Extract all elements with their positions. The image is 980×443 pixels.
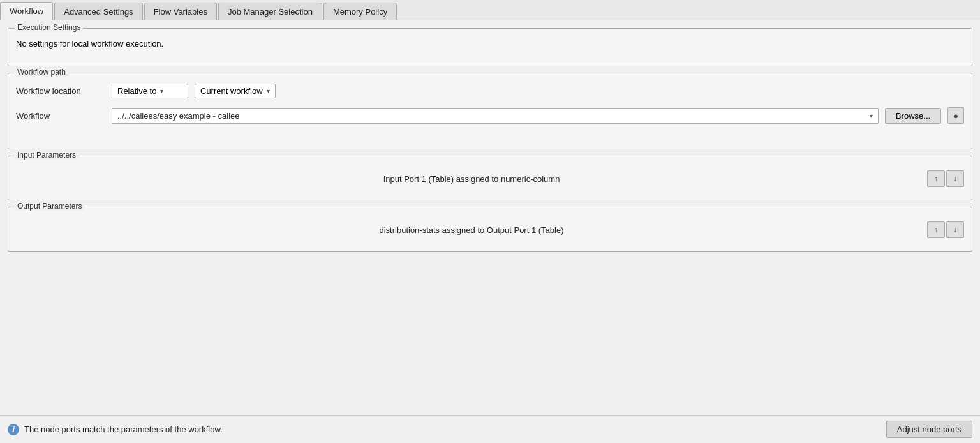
input-parameters-group: Input Parameters Input Port 1 (Table) as… — [8, 156, 972, 200]
output-parameters-title: Output Parameters — [15, 202, 84, 211]
input-up-button[interactable]: ↑ — [927, 170, 945, 187]
workflow-row: Workflow ../../callees/easy example - ca… — [16, 107, 964, 124]
execution-settings-title: Execution Settings — [15, 23, 83, 32]
output-parameters-group: Output Parameters distribution-stats ass… — [8, 207, 972, 252]
workflow-location-label: Workflow location — [16, 86, 105, 96]
current-workflow-arrow-icon: ▾ — [267, 87, 270, 94]
main-container: Workflow Advanced Settings Flow Variable… — [0, 0, 980, 443]
current-workflow-dropdown[interactable]: Current workflow ▾ — [195, 84, 276, 98]
workflow-path-title: Workflow path — [15, 68, 68, 77]
input-down-button[interactable]: ↓ — [946, 170, 964, 187]
execution-settings-content: No settings for local workflow execution… — [16, 39, 964, 49]
output-up-button[interactable]: ↑ — [927, 222, 945, 238]
workflow-input-arrow-icon: ▾ — [870, 112, 873, 119]
tab-flow-variables[interactable]: Flow Variables — [144, 3, 217, 20]
footer: i The node ports match the parameters of… — [0, 415, 980, 443]
input-parameters-content: Input Port 1 (Table) assigned to numeric… — [16, 168, 964, 190]
adjust-node-ports-button[interactable]: Adjust node ports — [886, 421, 972, 438]
relative-to-label: Relative to — [117, 86, 156, 96]
workflow-path-group: Workflow path Workflow location Relative… — [8, 73, 972, 149]
footer-text: The node ports match the parameters of t… — [24, 424, 223, 434]
input-parameters-title: Input Parameters — [15, 151, 78, 160]
info-icon: i — [8, 424, 19, 435]
input-parameters-arrows: ↑ ↓ — [927, 170, 964, 187]
workflow-input-text: ../../callees/easy example - callee — [117, 111, 866, 121]
workflow-label: Workflow — [16, 111, 105, 121]
tabs-bar: Workflow Advanced Settings Flow Variable… — [0, 0, 980, 20]
tab-workflow[interactable]: Workflow — [0, 2, 53, 20]
execution-settings-text: No settings for local workflow execution… — [16, 39, 163, 49]
output-down-button[interactable]: ↓ — [946, 222, 964, 238]
footer-left: i The node ports match the parameters of… — [8, 424, 223, 435]
workflow-location-row: Workflow location Relative to ▾ Current … — [16, 84, 964, 98]
var-button[interactable]: ● — [947, 107, 964, 124]
current-workflow-label: Current workflow — [200, 86, 263, 96]
tab-advanced-settings[interactable]: Advanced Settings — [54, 3, 142, 20]
tab-job-manager-selection[interactable]: Job Manager Selection — [218, 3, 322, 20]
input-parameters-text: Input Port 1 (Table) assigned to numeric… — [16, 174, 927, 184]
output-parameters-arrows: ↑ ↓ — [927, 222, 964, 238]
relative-to-dropdown[interactable]: Relative to ▾ — [112, 84, 188, 98]
var-icon: ● — [953, 111, 958, 121]
workflow-input-container[interactable]: ../../callees/easy example - callee ▾ — [112, 108, 879, 124]
execution-settings-group: Execution Settings No settings for local… — [8, 28, 972, 66]
tab-memory-policy[interactable]: Memory Policy — [323, 3, 397, 20]
relative-to-arrow-icon: ▾ — [160, 87, 163, 94]
browse-button[interactable]: Browse... — [885, 108, 941, 124]
output-parameters-text: distribution-stats assigned to Output Po… — [16, 225, 927, 235]
content-area: Execution Settings No settings for local… — [0, 20, 980, 415]
output-parameters-content: distribution-stats assigned to Output Po… — [16, 219, 964, 241]
workflow-path-content: Workflow location Relative to ▾ Current … — [16, 84, 964, 124]
